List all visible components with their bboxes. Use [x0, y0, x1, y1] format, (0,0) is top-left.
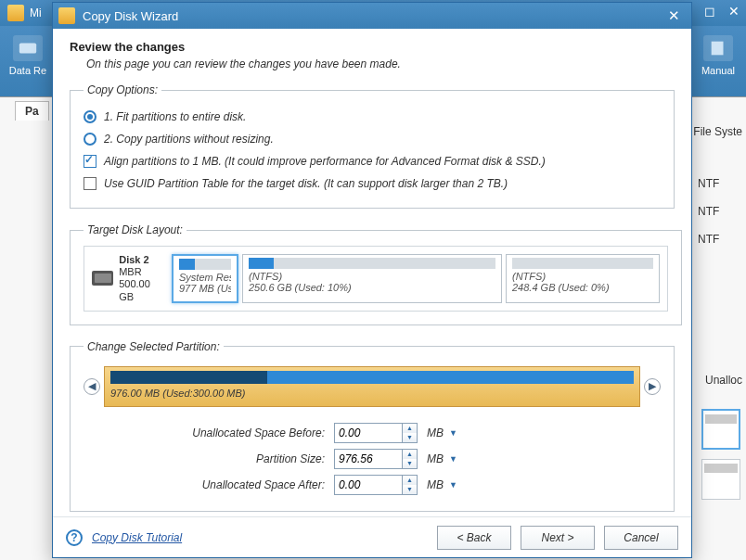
spinner[interactable]: ▲▼ [403, 475, 418, 495]
fs-cell: NTF [698, 170, 740, 197]
partition-form: Unallocated Space Before:▲▼MB▼Partition … [84, 420, 661, 498]
copy-options-group: Copy Options: 1. Fit partitions to entir… [70, 83, 675, 209]
partition-block[interactable]: System Reser977 MB (Used [172, 254, 238, 303]
copy-options-legend: Copy Options: [84, 83, 161, 96]
option-fit-partitions[interactable]: 1. Fit partitions to entire disk. [84, 106, 661, 128]
wizard-icon [58, 7, 75, 24]
layout-thumb[interactable] [701, 459, 740, 500]
size-label: Unallocated Space Before: [84, 426, 334, 439]
change-partition-legend: Change Selected Partition: [84, 340, 224, 353]
next-button[interactable]: Next > [521, 526, 595, 550]
partition-block[interactable]: (NTFS)248.4 GB (Used: 0%) [506, 254, 660, 303]
layout-box: Disk 2 MBR 500.00 GB System Reser977 MB … [84, 246, 668, 312]
size-input[interactable] [334, 475, 403, 495]
wizard-close-button[interactable]: ✕ [662, 7, 686, 24]
parent-maximize-button[interactable]: ◻ [698, 0, 722, 22]
slider-right-button[interactable]: ▶ [644, 378, 661, 395]
spinner[interactable]: ▲▼ [403, 449, 418, 469]
hdd-icon [92, 271, 113, 286]
unit-label: MB [427, 478, 444, 491]
radio-icon [84, 133, 96, 146]
slider-left-button[interactable]: ◀ [84, 378, 100, 395]
change-partition-group: Change Selected Partition: ◀ 976.00 MB (… [70, 340, 675, 512]
checkbox-icon [84, 155, 96, 168]
disk-name: Disk 2 [119, 254, 148, 265]
radio-icon [84, 110, 96, 123]
spinner[interactable]: ▲▼ [403, 423, 418, 443]
col-header: File Syste [693, 125, 742, 138]
size-row: Unallocated Space Before:▲▼MB▼ [84, 420, 661, 446]
layout-thumb-selected[interactable] [701, 409, 740, 450]
page-subheading: On this page you can review the changes … [86, 57, 675, 70]
fs-cell: NTF [698, 197, 740, 225]
option-copy-without-resize[interactable]: 2. Copy partitions without resizing. [84, 128, 661, 150]
size-row: Unallocated Space After:▲▼MB▼ [84, 472, 661, 498]
size-label: Partition Size: [84, 452, 334, 465]
back-button[interactable]: < Back [437, 526, 511, 550]
slider-bar[interactable]: 976.00 MB (Used:300.00 MB) [104, 366, 640, 407]
wizard-title-text: Copy Disk Wizard [83, 9, 178, 23]
ribbon-item-data-recovery[interactable]: Data Re [6, 35, 50, 76]
wizard-title-bar: Copy Disk Wizard ✕ [53, 3, 691, 29]
svg-rect-0 [19, 44, 36, 54]
parent-tab[interactable]: Pa [15, 101, 49, 121]
disk-size: 500.00 GB [119, 278, 150, 301]
unit-label: MB [427, 452, 444, 465]
size-input[interactable] [334, 449, 403, 469]
help-icon[interactable]: ? [66, 529, 83, 546]
filesystem-column: NTF NTF NTF [698, 170, 740, 253]
slider-label: 976.00 MB (Used:300.00 MB) [110, 388, 246, 399]
disk-icon [13, 35, 43, 61]
option-use-gpt[interactable]: Use GUID Partition Table for the target … [84, 172, 661, 195]
partition-slider: ◀ 976.00 MB (Used:300.00 MB) ▶ [84, 366, 661, 407]
partition-block[interactable]: (NTFS)250.6 GB (Used: 10%) [242, 254, 502, 303]
unit-dropdown[interactable]: ▼ [449, 478, 462, 491]
unalloc-label: Unalloc [705, 374, 742, 387]
disk-info: Disk 2 MBR 500.00 GB [92, 254, 166, 303]
target-layout-legend: Target Disk Layout: [84, 223, 186, 236]
cancel-button[interactable]: Cancel [604, 526, 678, 550]
book-icon [703, 35, 733, 61]
app-icon [7, 5, 24, 21]
option-align-1mb[interactable]: Align partitions to 1 MB. (It could impr… [84, 150, 661, 172]
wizard-body: Review the changes On this page you can … [53, 29, 691, 516]
target-disk-layout-group: Target Disk Layout: Disk 2 MBR 500.00 GB… [70, 223, 682, 325]
page-heading: Review the changes [70, 40, 675, 54]
tutorial-link[interactable]: Copy Disk Tutorial [92, 531, 182, 544]
wizard-footer: ? Copy Disk Tutorial < Back Next > Cance… [53, 516, 691, 557]
ribbon-item-manual[interactable]: Manual [696, 35, 740, 76]
unit-label: MB [427, 426, 444, 439]
checkbox-icon [84, 177, 96, 190]
size-row: Partition Size:▲▼MB▼ [84, 446, 661, 472]
copy-disk-wizard-dialog: Copy Disk Wizard ✕ Review the changes On… [52, 2, 692, 558]
size-input[interactable] [334, 423, 403, 443]
parent-close-button[interactable]: ✕ [722, 0, 746, 22]
size-label: Unallocated Space After: [84, 478, 334, 491]
unit-dropdown[interactable]: ▼ [449, 426, 462, 439]
partitions-row: System Reser977 MB (Used(NTFS)250.6 GB (… [172, 254, 660, 303]
disk-type: MBR [119, 266, 141, 277]
unit-dropdown[interactable]: ▼ [449, 452, 462, 465]
fs-cell: NTF [698, 225, 740, 253]
parent-title-text: Mi [30, 6, 42, 19]
